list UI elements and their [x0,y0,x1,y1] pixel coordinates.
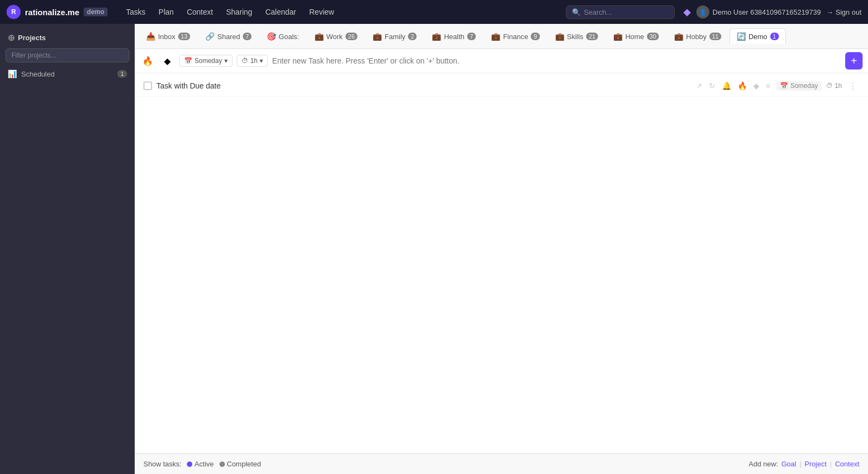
time-selector[interactable]: ⏱ 1h ▾ [237,55,268,67]
tab-inbox[interactable]: 📥 Inbox 13 [139,28,197,44]
tab-finance[interactable]: 💼 Finance 9 [484,28,546,44]
skills-badge: 21 [586,33,598,40]
add-context-link[interactable]: Context [835,460,859,468]
task-schedule[interactable]: 📅 Someday [776,81,822,91]
tab-hobby[interactable]: 💼 Hobby 11 [667,28,728,44]
task-clock-icon: ⏱ [826,82,833,90]
demo-badge: demo [84,8,108,16]
add-new-label: Add new: [749,460,778,468]
add-task-button[interactable]: + [845,52,863,69]
tab-home-label: Home [625,33,644,41]
shared-icon: 🔗 [205,32,215,41]
tab-hobby-label: Hobby [686,33,707,41]
tab-health-label: Health [444,33,464,41]
note-icon[interactable]: ≡ [764,80,772,92]
search-icon: 🔍 [572,8,581,16]
nav-sharing[interactable]: Sharing [221,5,257,18]
demo-tab-icon: 🔄 [737,32,746,41]
radio-completed[interactable]: Completed [219,460,261,468]
hobby-icon: 💼 [674,32,683,41]
sidebar-item-scheduled[interactable]: 📊 Scheduled 1 [0,67,135,81]
fire-task-icon[interactable]: 🔥 [736,80,749,92]
logo-icon: R [7,5,21,19]
diamond-task-icon[interactable]: ◆ [752,80,761,92]
tab-work[interactable]: 💼 Work 26 [307,28,364,44]
task-label: Task with Due date [156,81,690,90]
bell-icon[interactable]: 🔔 [720,80,733,92]
nav-tasks[interactable]: Tasks [121,5,151,18]
completed-dot [219,462,225,467]
share-icon[interactable]: ↗ [694,80,704,92]
nav-calendar[interactable]: Calendar [260,5,301,18]
tab-home[interactable]: 💼 Home 30 [606,28,666,44]
time-selector-label: 1h [250,57,257,65]
family-badge: 2 [408,33,417,40]
nav-context[interactable]: Context [181,5,218,18]
finance-badge: 9 [531,33,539,40]
search-input[interactable] [584,8,660,16]
sidebar-projects-label: Projects [18,34,46,42]
add-project-link[interactable]: Project [804,460,826,468]
diamond-button[interactable]: ◆ [160,53,175,68]
date-selector[interactable]: 📅 Someday ▾ [179,55,232,67]
tab-demo[interactable]: 🔄 Demo 1 [729,28,786,44]
add-goal-link[interactable]: Goal [781,460,796,468]
work-icon: 💼 [315,32,324,41]
main-layout: ⊕ Projects 📊 Scheduled 1 📥 Inbox 13 🔗 Sh… [0,24,868,474]
signout-button[interactable]: → Sign out [826,8,861,16]
calendar-icon: 📅 [184,57,192,65]
tab-shared-label: Shared [217,33,240,41]
nav-plan[interactable]: Plan [153,5,179,18]
task-list: Task with Due date ↗ ↻ 🔔 🔥 ◆ ≡ 📅 Someday… [135,73,868,453]
task-text-input[interactable] [272,56,841,65]
diamond-nav-icon: ◆ [683,6,691,18]
inbox-badge: 13 [178,33,190,40]
goals-icon: 🎯 [267,32,276,41]
show-tasks-label: Show tasks: [143,460,181,468]
tab-health[interactable]: 💼 Health 7 [425,28,483,44]
task-more-icon[interactable]: ⋮ [846,81,859,91]
tab-shared[interactable]: 🔗 Shared 7 [198,28,259,44]
active-dot [187,462,192,467]
fire-button[interactable]: 🔥 [140,53,155,68]
scheduled-icon: 📊 [8,69,17,78]
signout-label: Sign out [835,8,861,16]
task-time[interactable]: ⏱ 1h [826,82,842,90]
hobby-badge: 11 [709,33,721,40]
date-selector-label: Someday [194,57,222,65]
shared-badge: 7 [243,33,251,40]
add-new: Add new: Goal | Project | Context [749,460,859,468]
date-chevron-icon: ▾ [224,57,228,65]
home-badge: 30 [647,33,659,40]
tab-finance-label: Finance [503,33,528,41]
family-icon: 💼 [373,32,382,41]
task-time-label: 1h [835,82,842,90]
sidebar-projects-header[interactable]: ⊕ Projects [0,29,135,46]
add-project-icon[interactable]: ⊕ [8,33,15,43]
task-schedule-label: Someday [790,82,818,90]
filter-projects-input[interactable] [5,48,129,62]
radio-active[interactable]: Active [187,460,213,468]
inbox-icon: 📥 [146,32,155,41]
health-icon: 💼 [432,32,441,41]
time-chevron-icon: ▾ [260,57,263,65]
clock-icon: ⏱ [242,57,248,65]
tabs-bar: 📥 Inbox 13 🔗 Shared 7 🎯 Goals: 💼 Work 26… [135,24,868,49]
tab-family[interactable]: 💼 Family 2 [366,28,424,44]
task-calendar-icon: 📅 [780,82,788,90]
finance-icon: 💼 [491,32,500,41]
repeat-icon[interactable]: ↻ [707,80,717,92]
nav-review[interactable]: Review [304,5,339,18]
sidebar-item-scheduled-label: Scheduled [21,70,54,78]
task-checkbox[interactable] [143,81,152,90]
nav-links: Tasks Plan Context Sharing Calendar Revi… [121,5,339,18]
tab-family-label: Family [385,33,405,41]
search-box[interactable]: 🔍 [566,5,675,19]
demo-badge: 1 [770,33,779,40]
bottom-bar: Show tasks: Active Completed Add new: Go… [135,453,868,474]
table-row[interactable]: Task with Due date ↗ ↻ 🔔 🔥 ◆ ≡ 📅 Someday… [135,75,868,97]
work-badge: 26 [345,33,357,40]
tab-skills[interactable]: 💼 Skills 21 [548,28,606,44]
logo-area: R rationalize.me demo [7,5,108,19]
tab-goals[interactable]: 🎯 Goals: [260,28,306,44]
